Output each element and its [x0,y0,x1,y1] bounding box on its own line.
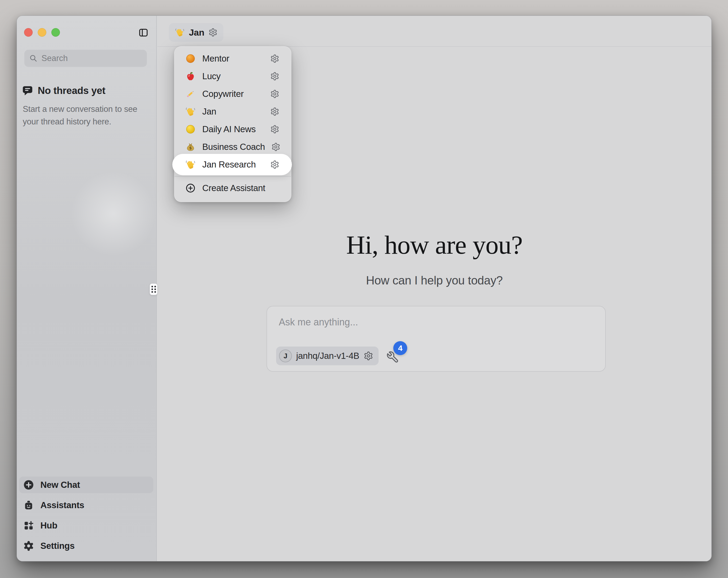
main-header: Jan [157,16,711,47]
assistant-menu-item-copywriter[interactable]: Copywriter [175,85,291,103]
empty-state-description: Start a new conversation to see your thr… [23,103,148,128]
assistant-selector-chip[interactable]: Jan [169,23,224,42]
gear-icon [23,540,34,552]
sidebar: No threads yet Start a new conversation … [17,16,157,561]
assistant-menu-item-label: Mentor [202,53,264,64]
search-input[interactable] [42,53,142,63]
waving-hand-icon [175,27,185,37]
chat-bubble-icon [22,85,33,97]
sidebar-item-label: Assistants [41,500,84,510]
sidebar-item-label: New Chat [41,480,80,490]
sidebar-logo-glow [54,155,172,273]
yellow-circle-icon [185,124,196,134]
assistant-menu-item-jan[interactable]: Jan [175,103,291,120]
sidebar-item-assistants[interactable]: Assistants [19,497,153,513]
model-selector-chip[interactable]: J janhq/Jan-v1-4B [276,347,379,365]
composer-card[interactable]: J janhq/Jan-v1-4B 4 [266,306,606,372]
assistant-menu-item-business-coach[interactable]: Business Coach [175,138,291,156]
assistant-menu-item-label: Business Coach [202,142,265,152]
sidebar-item-new-chat[interactable]: New Chat [19,477,153,493]
assistant-menu-item-label: Lucy [202,71,264,81]
window-controls [24,28,60,37]
assistant-menu-item-lucy[interactable]: Lucy [175,68,291,85]
gear-icon[interactable] [270,125,279,134]
gear-icon[interactable] [270,54,279,63]
plus-circle-icon [23,479,34,491]
gear-icon[interactable] [270,160,279,169]
assistant-menu-item-label: Daily AI News [202,124,264,134]
zoom-window-button[interactable] [51,28,60,37]
assistant-menu-item-daily-ai-news[interactable]: Daily AI News [175,120,291,138]
threads-empty-state: No threads yet Start a new conversation … [22,85,148,128]
plus-circle-outline-icon [185,183,196,194]
sidebar-item-label: Hub [41,521,57,531]
assistant-selector-label: Jan [189,27,204,38]
assistant-menu-item-label: Jan [202,106,264,117]
pencil-icon [185,89,196,99]
message-input[interactable] [279,317,593,328]
main-panel: Jan Mentor Lucy Copywriter [157,16,711,561]
sidebar-nav: New Chat Assistants Hub Settings [19,477,153,558]
search-bar[interactable] [24,50,147,67]
app-window: No threads yet Start a new conversation … [17,16,712,561]
red-apple-icon [185,71,196,82]
money-bag-icon [185,142,196,152]
sidebar-item-label: Settings [41,541,75,551]
assistant-settings-icon[interactable] [208,28,217,37]
greeting-title: Hi, how are you? [157,230,711,260]
empty-state-title: No threads yet [38,85,105,96]
assistant-menu-item-label: Copywriter [202,89,264,99]
gear-icon[interactable] [270,107,279,116]
orange-circle-icon [185,53,196,64]
sidebar-item-settings[interactable]: Settings [19,537,153,554]
greeting-subtitle: How can I help you today? [157,274,711,287]
assistant-bot-icon [23,499,34,511]
sidebar-resize-handle[interactable] [150,283,158,295]
search-icon [29,54,38,62]
waving-hand-icon [185,159,196,170]
tools-count-badge: 4 [393,341,407,355]
assistant-menu-item-jan-research[interactable]: Jan Research [175,156,291,173]
model-avatar: J [279,350,292,362]
sidebar-toggle-icon[interactable] [138,28,149,38]
gear-icon[interactable] [270,72,279,81]
waving-hand-icon [185,106,196,117]
gear-icon[interactable] [271,142,280,151]
gear-icon[interactable] [270,90,279,99]
greeting: Hi, how are you? How can I help you toda… [157,230,711,287]
create-assistant-label: Create Assistant [202,183,265,193]
assistant-menu-item-mentor[interactable]: Mentor [175,50,291,68]
close-window-button[interactable] [24,28,33,37]
model-settings-icon[interactable] [364,351,373,361]
menu-divider [175,176,291,177]
model-name: janhq/Jan-v1-4B [296,351,359,361]
assistant-menu-item-label: Jan Research [202,159,264,170]
grid-plus-icon [23,520,34,531]
tools-button[interactable]: 4 [385,341,417,368]
minimize-window-button[interactable] [38,28,46,37]
create-assistant-button[interactable]: Create Assistant [175,179,291,197]
sidebar-item-hub[interactable]: Hub [19,517,153,534]
assistant-dropdown-menu: Mentor Lucy Copywriter Jan Daily AI News [174,46,291,202]
